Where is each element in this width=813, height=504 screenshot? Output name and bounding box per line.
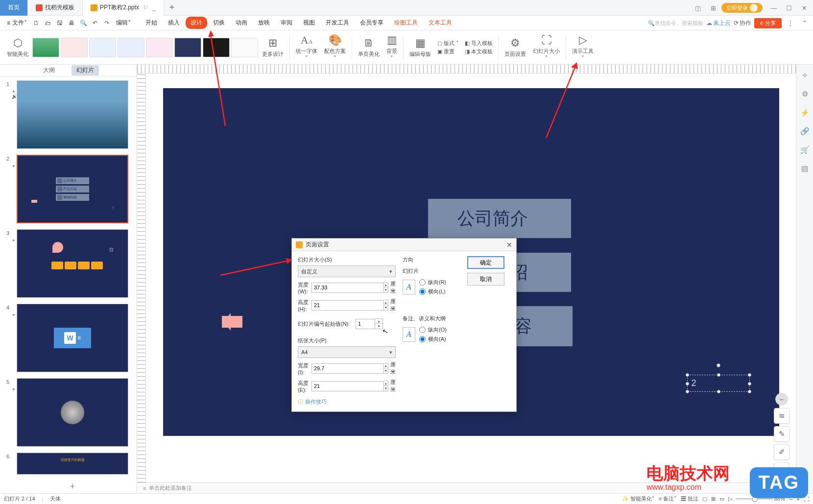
- collab-button[interactable]: ⟳ 协作: [734, 19, 751, 27]
- tab-pin-icon[interactable]: ⚐: [143, 4, 148, 11]
- pheight-input[interactable]: [311, 381, 384, 391]
- portrait-radio-2[interactable]: [419, 327, 426, 333]
- close-icon[interactable]: ✕: [506, 241, 512, 249]
- smart-beautify-status[interactable]: ✨ 智能美化˅: [622, 495, 655, 503]
- link-icon[interactable]: 🔗: [800, 126, 810, 136]
- background-button[interactable]: ▥ 背景˅: [383, 34, 400, 61]
- layout-button[interactable]: ▢ 版式˅: [437, 40, 459, 47]
- tab-close-icon[interactable]: ⎯: [152, 4, 156, 11]
- resize-handle[interactable]: [686, 382, 689, 385]
- width-spinner[interactable]: ▲▼: [384, 282, 388, 293]
- share-button[interactable]: ⎋ 分享: [754, 18, 782, 28]
- notes-toggle[interactable]: ≡ 备注˅: [659, 495, 677, 503]
- layout-icon[interactable]: ◫: [691, 1, 705, 15]
- cancel-button[interactable]: 取消: [467, 273, 504, 286]
- tab-home[interactable]: 首页: [0, 0, 28, 16]
- file-menu[interactable]: ≡ 文件 ˅: [4, 19, 30, 27]
- body-template-button[interactable]: ◨ 本文模板: [465, 48, 493, 55]
- height-spinner[interactable]: ▲▼: [384, 300, 388, 311]
- bolt-icon[interactable]: ⚡: [800, 108, 810, 118]
- template-thumb[interactable]: [89, 38, 116, 57]
- outline-tab[interactable]: 大纲: [38, 65, 60, 75]
- more-icon[interactable]: ⋮: [785, 20, 796, 26]
- tab-member[interactable]: 会员专享: [355, 17, 388, 29]
- paper-size-select[interactable]: A4: [298, 346, 396, 358]
- slide-thumb[interactable]: ⊡: [17, 229, 128, 298]
- dialog-titlebar[interactable]: 页面设置 ✕: [292, 239, 516, 251]
- edit-menu[interactable]: 编辑 ˅: [113, 19, 134, 27]
- page-setup-button[interactable]: ⚙ 页面设置: [502, 37, 529, 58]
- slides-tab[interactable]: 幻灯片: [72, 65, 99, 75]
- tab-text[interactable]: 文本工具: [424, 17, 457, 29]
- unify-font-button[interactable]: AA 统一字体˅: [293, 34, 320, 61]
- resize-handle[interactable]: [686, 373, 689, 377]
- resize-handle[interactable]: [748, 390, 751, 393]
- smart-beautify-button[interactable]: ⬡ 智能美化: [4, 37, 31, 58]
- resize-handle[interactable]: [748, 373, 751, 377]
- height-input[interactable]: [311, 300, 384, 311]
- arrow-shape[interactable]: [222, 316, 242, 328]
- view-slideshow-icon[interactable]: ▷: [728, 496, 732, 502]
- preview-icon[interactable]: 🔍: [78, 18, 89, 28]
- content-box-1[interactable]: 公司简介: [428, 198, 572, 239]
- tab-transition[interactable]: 切换: [208, 17, 230, 29]
- comments-toggle[interactable]: ☰ 批注: [681, 495, 698, 503]
- template-thumb[interactable]: [231, 38, 258, 57]
- slide-item-5[interactable]: 5 ✦: [2, 378, 135, 447]
- present-tools-button[interactable]: ▷ 演示工具˅: [569, 34, 597, 61]
- slide-size-button[interactable]: ⛶ 幻灯片大小˅: [530, 34, 563, 61]
- cloud-status[interactable]: ☁ 未上云: [706, 19, 731, 27]
- template-thumb[interactable]: [146, 38, 173, 57]
- slide-item-2[interactable]: 2 ✦ 公司简介 产品介绍 举例内容 ⋮: [2, 155, 135, 223]
- more-design-button[interactable]: ⊞ 更多设计: [259, 37, 287, 58]
- login-button[interactable]: 立即登录: [721, 3, 763, 13]
- edit-master-button[interactable]: ▦ 编辑母版: [406, 37, 434, 58]
- view-normal-icon[interactable]: ▢: [702, 496, 707, 502]
- tab-view[interactable]: 视图: [298, 17, 320, 29]
- add-slide-button[interactable]: +: [17, 480, 128, 492]
- tab-templates[interactable]: 找稻壳模板: [28, 0, 83, 16]
- selected-textbox[interactable]: 2: [687, 375, 750, 392]
- slide-size-select[interactable]: 自定义: [298, 265, 396, 277]
- import-template-button[interactable]: ◧ 导入模板: [465, 40, 493, 47]
- pheight-spinner[interactable]: ▲▼: [384, 381, 388, 391]
- slide-item-4[interactable]: 4 ✦ W≡: [2, 304, 135, 372]
- single-beautify-button[interactable]: 🗎 单页美化: [355, 37, 383, 58]
- ok-button[interactable]: 确定: [467, 256, 504, 269]
- landscape-radio-2[interactable]: [419, 336, 426, 342]
- new-icon[interactable]: 🗋: [31, 18, 42, 28]
- redo-icon[interactable]: ↷: [101, 18, 112, 28]
- zoom-out-icon[interactable]: −: [775, 393, 788, 406]
- tab-dev[interactable]: 开发工具: [321, 17, 354, 29]
- settings-icon[interactable]: ⚙: [800, 89, 810, 99]
- pwidth-input[interactable]: [311, 363, 384, 374]
- cart-icon[interactable]: 🛒: [800, 145, 810, 155]
- layers-tool-icon[interactable]: ≋: [774, 408, 789, 424]
- tab-slideshow[interactable]: 放映: [253, 17, 275, 29]
- start-number-input[interactable]: [356, 319, 375, 329]
- close-button[interactable]: ✕: [797, 1, 811, 15]
- width-input[interactable]: [311, 283, 384, 293]
- print-icon[interactable]: 🖶: [66, 18, 77, 28]
- collapse-ribbon-icon[interactable]: ⌃: [799, 20, 810, 26]
- tab-design[interactable]: 设计: [186, 17, 207, 29]
- tab-drawing[interactable]: 绘图工具: [389, 17, 423, 29]
- slide-thumb[interactable]: 公司简介 产品介绍 举例内容 ⋮: [17, 155, 128, 223]
- slide-item-1[interactable]: 1 ✦🔊: [2, 80, 135, 149]
- stars-icon[interactable]: ✧: [800, 71, 810, 80]
- slides-list[interactable]: 1 ✦🔊 2 ✦ 公司简介 产品介绍 举例内容 ⋮ 3: [0, 76, 137, 493]
- resize-handle[interactable]: [686, 390, 689, 393]
- view-reading-icon[interactable]: ▭: [719, 496, 724, 502]
- tab-add-button[interactable]: +: [164, 2, 180, 13]
- template-thumb[interactable]: [118, 38, 144, 57]
- portrait-radio[interactable]: [419, 279, 426, 286]
- template-thumb[interactable]: [174, 38, 201, 57]
- template-thumb[interactable]: [61, 38, 88, 57]
- tab-insert[interactable]: 插入: [163, 17, 185, 29]
- minimize-button[interactable]: —: [767, 1, 781, 15]
- rotate-handle[interactable]: [717, 363, 720, 367]
- slide-thumb[interactable]: W≡: [17, 304, 128, 372]
- pwidth-spinner[interactable]: ▲▼: [384, 363, 388, 374]
- template-thumb[interactable]: [32, 38, 59, 57]
- tab-document[interactable]: PPT教程2.pptx ⚐ ⎯: [83, 0, 164, 16]
